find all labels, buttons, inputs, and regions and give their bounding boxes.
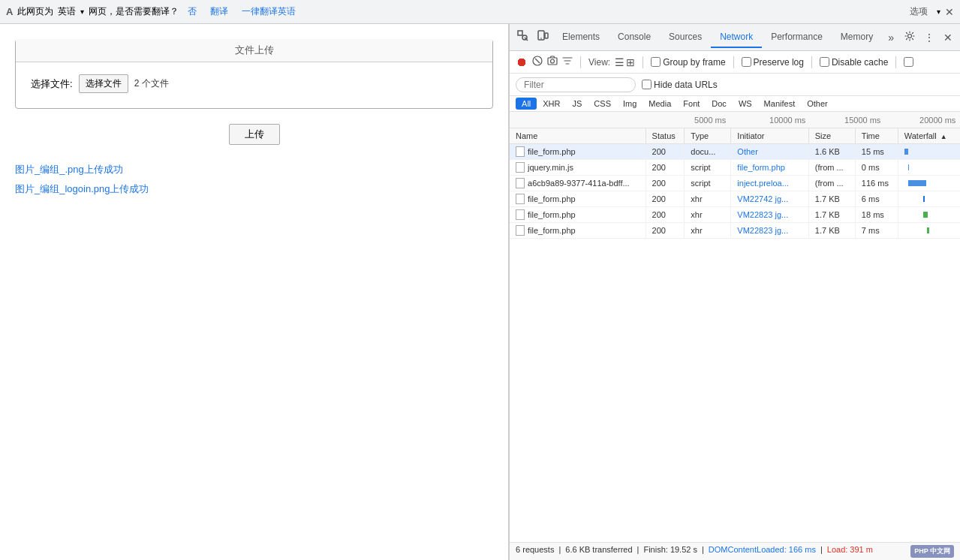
svg-rect-8 bbox=[548, 58, 557, 65]
grid-view-button[interactable]: ⊞ bbox=[626, 56, 635, 68]
type-filter-other[interactable]: Other bbox=[801, 98, 834, 110]
column-initiator[interactable]: Initiator bbox=[731, 128, 808, 144]
row-time: 0 ms bbox=[855, 160, 898, 176]
device-toolbar-button[interactable] bbox=[534, 27, 552, 47]
table-row[interactable]: file_form.php 200xhrVM22823 jg...1.7 KB1… bbox=[510, 207, 960, 223]
type-filter-all[interactable]: All bbox=[516, 98, 537, 110]
success-msg-2: 图片_编组_logoin.png上传成功 bbox=[15, 182, 493, 196]
row-initiator: VM22823 jg... bbox=[731, 207, 808, 223]
column-time[interactable]: Time bbox=[855, 128, 898, 144]
row-waterfall bbox=[898, 191, 960, 207]
file-icon bbox=[516, 194, 525, 204]
row-waterfall bbox=[898, 223, 960, 239]
devtools-close-button[interactable]: ✕ bbox=[940, 29, 955, 47]
inspect-element-button[interactable] bbox=[514, 27, 532, 47]
chevron-icon: ▾ bbox=[80, 8, 84, 16]
table-row[interactable]: a6cb9a89-9377-411a-bdff... 200scriptinje… bbox=[510, 176, 960, 191]
always-translate-button[interactable]: 一律翻译英语 bbox=[237, 4, 300, 20]
group-by-frame-checkbox[interactable] bbox=[651, 57, 661, 67]
row-initiator: file_form.php bbox=[731, 160, 808, 176]
file-count: 2 个文件 bbox=[134, 77, 169, 90]
offline-label[interactable] bbox=[904, 57, 913, 67]
row-type: script bbox=[685, 176, 731, 191]
table-row[interactable]: jquery.min.js 200scriptfile_form.php(fro… bbox=[510, 160, 960, 176]
svg-rect-0 bbox=[518, 31, 522, 35]
row-name: file_form.php bbox=[528, 226, 576, 235]
tab-console[interactable]: Console bbox=[609, 27, 660, 48]
table-row[interactable]: file_form.php 200xhrVM22742 jg...1.7 KB6… bbox=[510, 191, 960, 207]
row-type: script bbox=[685, 160, 731, 176]
upload-submit-button[interactable]: 上传 bbox=[229, 124, 280, 145]
svg-point-9 bbox=[551, 59, 555, 63]
row-time: 116 ms bbox=[855, 176, 898, 191]
close-translate-bar-button[interactable]: ✕ bbox=[945, 6, 954, 18]
type-filter-img[interactable]: Img bbox=[617, 98, 643, 110]
hide-data-urls-checkbox[interactable] bbox=[642, 80, 652, 89]
devtools-right-icons: ⋮ ✕ bbox=[901, 28, 955, 47]
devtools-more-button[interactable]: ⋮ bbox=[921, 29, 937, 47]
record-button[interactable]: ⏺ bbox=[516, 56, 528, 69]
row-status: 200 bbox=[646, 144, 685, 160]
no-button[interactable]: 否 bbox=[183, 4, 201, 20]
status-sep-2: | bbox=[637, 545, 639, 558]
row-status: 200 bbox=[646, 223, 685, 239]
devtools-settings-button[interactable] bbox=[901, 28, 918, 47]
filter-input[interactable] bbox=[516, 77, 636, 92]
more-tabs-button[interactable]: » bbox=[882, 29, 900, 47]
capture-screenshot-button[interactable] bbox=[547, 56, 558, 68]
type-filter-font[interactable]: Font bbox=[677, 98, 706, 110]
stop-recording-button[interactable] bbox=[532, 56, 543, 68]
tab-elements[interactable]: Elements bbox=[553, 27, 609, 48]
row-initiator: VM22742 jg... bbox=[731, 191, 808, 207]
hide-data-urls-label[interactable]: Hide data URLs bbox=[642, 80, 718, 90]
timeline-header: 5000 ms 10000 ms 15000 ms 20000 ms bbox=[510, 112, 960, 128]
tab-memory[interactable]: Memory bbox=[832, 27, 882, 48]
tab-network[interactable]: Network bbox=[711, 27, 762, 48]
row-size: 1.7 KB bbox=[808, 223, 855, 239]
page-area: 文件上传 选择文件: 选择文件 2 个文件 上传 图片_编组_.png上传成功 … bbox=[0, 24, 509, 560]
preserve-log-label[interactable]: Preserve log bbox=[742, 57, 804, 68]
choose-file-button[interactable]: 选择文件 bbox=[79, 74, 128, 93]
group-by-frame-label[interactable]: Group by frame bbox=[651, 57, 725, 68]
column-waterfall[interactable]: Waterfall ▲ bbox=[898, 128, 960, 144]
devtools-topbar: Elements Console Sources Network Perform… bbox=[510, 24, 960, 51]
type-filter-xhr[interactable]: XHR bbox=[537, 98, 566, 110]
type-filter-media[interactable]: Media bbox=[643, 98, 677, 110]
row-status: 200 bbox=[646, 160, 685, 176]
disable-cache-label[interactable]: Disable cache bbox=[820, 57, 888, 68]
status-dom-content-loaded: DOMContentLoaded: 166 ms bbox=[709, 545, 816, 558]
options-button[interactable]: 选项 bbox=[905, 4, 932, 20]
svg-rect-3 bbox=[545, 33, 548, 38]
row-type: xhr bbox=[685, 223, 731, 239]
type-filter-js[interactable]: JS bbox=[567, 98, 588, 110]
network-table: Name Status Type Initiator Size Time Wat… bbox=[510, 128, 960, 239]
row-waterfall bbox=[898, 207, 960, 223]
type-filter-ws[interactable]: WS bbox=[733, 98, 758, 110]
row-name: jquery.min.js bbox=[528, 163, 573, 172]
column-size[interactable]: Size bbox=[808, 128, 855, 144]
column-type[interactable]: Type bbox=[685, 128, 731, 144]
tab-performance[interactable]: Performance bbox=[762, 27, 832, 48]
offline-checkbox[interactable] bbox=[904, 57, 913, 67]
list-view-button[interactable]: ☰ bbox=[615, 56, 624, 68]
type-filter-manifest[interactable]: Manifest bbox=[758, 98, 802, 110]
type-filter-css[interactable]: CSS bbox=[588, 98, 617, 110]
filter-toggle-button[interactable] bbox=[562, 56, 573, 68]
translate-button[interactable]: 翻译 bbox=[206, 4, 233, 20]
row-status: 200 bbox=[646, 207, 685, 223]
row-waterfall bbox=[898, 160, 960, 176]
column-name[interactable]: Name bbox=[510, 128, 646, 144]
upload-box: 文件上传 选择文件: 选择文件 2 个文件 bbox=[15, 39, 493, 109]
tab-sources[interactable]: Sources bbox=[660, 27, 711, 48]
type-filter-doc[interactable]: Doc bbox=[706, 98, 733, 110]
column-status[interactable]: Status bbox=[646, 128, 685, 144]
preserve-log-checkbox[interactable] bbox=[742, 57, 751, 67]
row-time: 15 ms bbox=[855, 144, 898, 160]
svg-line-7 bbox=[535, 59, 540, 63]
success-msg-1: 图片_编组_.png上传成功 bbox=[15, 163, 493, 176]
disable-cache-checkbox[interactable] bbox=[820, 57, 829, 67]
row-type: xhr bbox=[685, 207, 731, 223]
table-row[interactable]: file_form.php 200docu...Other1.6 KB15 ms bbox=[510, 144, 960, 160]
view-label: View: bbox=[588, 57, 610, 68]
table-row[interactable]: file_form.php 200xhrVM22823 jg...1.7 KB7… bbox=[510, 223, 960, 239]
